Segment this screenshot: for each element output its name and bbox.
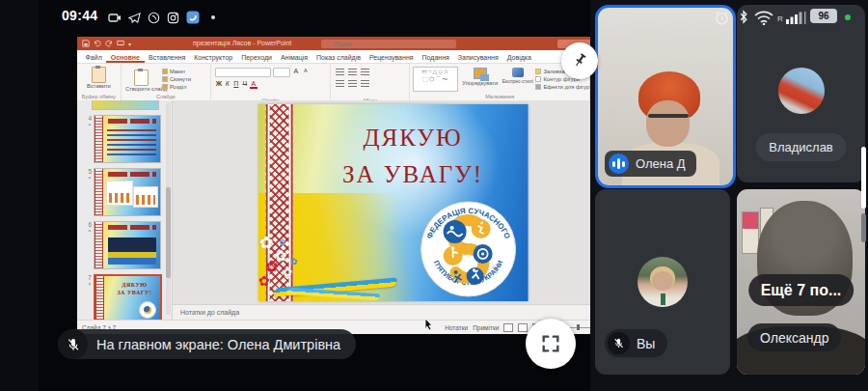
paste-button[interactable]: Вставити (77, 67, 121, 89)
qat-dropdown-icon[interactable]: ▾ (128, 41, 131, 47)
align-right-icon[interactable] (361, 79, 369, 87)
font-color-icon[interactable]: A (250, 80, 258, 89)
slide-thumbnail-panel: 4✦ 5✦ 6✦ 7✦ (77, 100, 173, 321)
start-slideshow-icon[interactable] (117, 40, 124, 47)
name-pill: Владислав (755, 133, 847, 161)
thumbnail-slide-6[interactable]: 6✦ (81, 221, 162, 269)
fullscreen-button[interactable] (526, 319, 576, 369)
shape-outline-icon (535, 76, 541, 82)
slide-canvas[interactable]: ДЯКУЮ ЗА УВАГУ! ✿ ✿ ✿ ✿ ✿ ✿ ✿ (258, 104, 528, 301)
pin-presentation-button[interactable] (561, 42, 598, 79)
strikethrough-button[interactable]: Ч (241, 80, 249, 89)
comments-toggle[interactable]: Примітки (473, 324, 499, 331)
align-center-icon[interactable] (348, 79, 357, 87)
wifi-icon (753, 10, 774, 25)
slide-number: 4 (88, 115, 92, 122)
slide-number: 6 (88, 221, 92, 228)
panel-scrollbar-secondary[interactable] (861, 213, 866, 242)
font-name-box[interactable] (215, 68, 271, 77)
tab-file[interactable]: Файл (81, 54, 106, 63)
clipboard-group: Вставити Буфер обміну (77, 64, 122, 100)
bluetooth-icon (738, 9, 749, 25)
status-time: 09:44 (62, 8, 97, 23)
animation-star-icon: ✦ (81, 175, 92, 181)
reset-icon (162, 76, 168, 82)
presenter-muted-indicator (58, 329, 88, 359)
tab-home[interactable]: Основне (106, 54, 144, 63)
normal-view-icon[interactable] (503, 323, 513, 332)
thumbnail-slide-3-partial[interactable] (92, 100, 159, 110)
tab-slideshow[interactable]: Показ слайдів (312, 54, 366, 63)
speaking-indicator-icon (609, 154, 629, 174)
shapes-gallery[interactable]: ▭○△◇☆ ⬚⬡⌒〜 (413, 67, 458, 92)
participant-tile-you[interactable]: Вы (595, 189, 730, 375)
animation-star-icon: ✦ (81, 122, 92, 127)
participant-name: Владислав (769, 140, 833, 154)
participant-tile-olena[interactable]: Олена Д (595, 5, 736, 188)
viber-icon (148, 12, 160, 24)
slide-sorter-icon[interactable] (518, 323, 528, 332)
svg-text:R: R (777, 14, 783, 23)
save-icon[interactable] (82, 40, 90, 47)
bullets-icon[interactable] (336, 68, 344, 75)
font-size-box[interactable] (273, 68, 290, 77)
tab-record[interactable]: Записування (453, 54, 502, 63)
search-input[interactable] (321, 40, 456, 48)
flower-icon: ✿ (259, 235, 273, 251)
thumbnail-scrollbar[interactable] (166, 102, 171, 315)
tab-design[interactable]: Конструктор (190, 54, 237, 63)
slides-group: Створити слайд Макет Скинути Розділ Слай… (122, 64, 211, 100)
powerpoint-workarea: 4✦ 5✦ 6✦ 7✦ (77, 100, 629, 321)
align-left-icon[interactable] (336, 79, 344, 87)
participant-tile-oleksandr[interactable]: Ещё 7 по... Олександр (737, 189, 865, 375)
layout-icon (162, 69, 168, 74)
section-button[interactable]: Розділ (162, 84, 191, 90)
italic-button[interactable]: К (224, 80, 231, 89)
poppy-flower-icon: ✿ (258, 274, 270, 288)
pentathlon-federation-logo: ФЕДЕРАЦІЯ СУЧАСНОГО П'ЯТИБОРСТВА УКРАЇНИ (420, 201, 516, 297)
avatar (637, 257, 688, 307)
meeting-app-window: ▾ презентація Лясов - PowerPoint ⌕ —▢✕ Ф… (0, 0, 868, 391)
layout-button[interactable]: Макет (162, 69, 191, 74)
muted-indicator (608, 332, 630, 354)
screen-share-banner: На главном экране: Олена Дмитрівна (58, 329, 356, 359)
notes-toggle[interactable]: Нотатки (445, 324, 468, 331)
slide-number: 7 (88, 274, 92, 281)
poppy-flower-icon: ✿ (265, 259, 278, 274)
tab-help[interactable]: Довідка (502, 54, 535, 63)
thumbnail-slide-4[interactable]: 4✦ (81, 115, 162, 163)
notes-pane[interactable]: Нотатки до слайда (173, 304, 629, 321)
numbering-icon[interactable] (348, 68, 357, 75)
more-participants-button[interactable]: Ещё 7 по... (748, 274, 854, 306)
indent-icon[interactable] (361, 68, 369, 75)
tab-review[interactable]: Рецензування (365, 54, 418, 63)
thumbnail-slide-5[interactable]: 5✦ (81, 168, 162, 216)
battery-indicator: 96 (810, 9, 837, 23)
undo-icon[interactable] (94, 40, 101, 47)
name-pill: Олександр (747, 323, 841, 351)
shape-fill-icon (535, 69, 541, 74)
thumbnail-slide-7-selected[interactable]: 7✦ ДЯКУЮЗА УВАГУ! (81, 274, 162, 321)
tab-view[interactable]: Подання (418, 54, 453, 63)
shape-effects-button[interactable]: Ефекти для фігур (535, 84, 589, 90)
powerpoint-titlebar: ▾ презентація Лясов - PowerPoint ⌕ —▢✕ (77, 37, 629, 50)
bold-button[interactable]: Ж (215, 80, 223, 89)
slide-title: ДЯКУЮ ЗА УВАГУ! (300, 120, 526, 192)
participant-tile-vladyslav[interactable]: Владислав (737, 5, 865, 182)
new-slide-icon (134, 70, 149, 86)
underline-button[interactable]: П (232, 80, 240, 89)
grow-font-icon[interactable]: A (292, 68, 300, 77)
banner-text: На главном экране: Олена Дмитрівна (96, 337, 340, 352)
arrange-icon (474, 68, 487, 79)
tab-animations[interactable]: Анімація (276, 54, 312, 63)
panel-scrollbar[interactable] (861, 147, 866, 209)
animation-star-icon: ✦ (81, 228, 92, 234)
avatar (778, 68, 825, 114)
redo-icon[interactable] (105, 40, 113, 47)
reset-button[interactable]: Скинути (162, 76, 191, 82)
flower-icon: ✿ (290, 258, 298, 266)
tab-insert[interactable]: Вставлення (145, 54, 190, 63)
shrink-font-icon[interactable]: A (302, 68, 310, 77)
alarm-icon (714, 10, 730, 26)
tab-transitions[interactable]: Переходи (237, 54, 277, 63)
